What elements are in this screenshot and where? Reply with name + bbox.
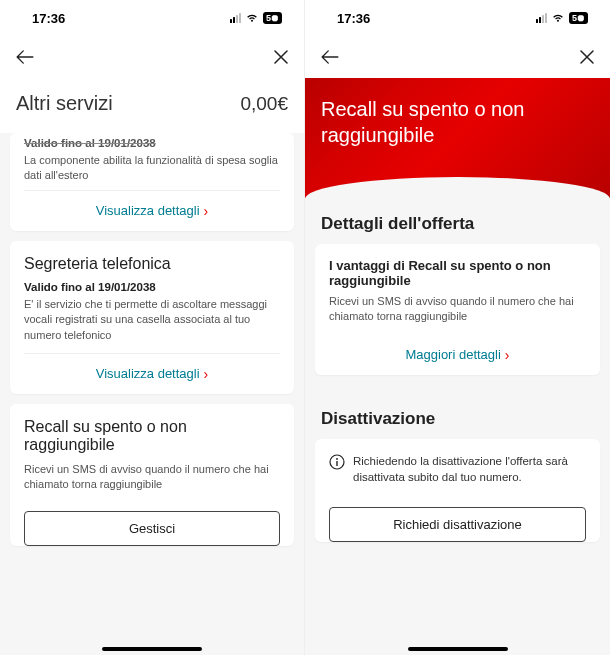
card-description: Ricevi un SMS di avviso quando il numero… xyxy=(24,462,280,493)
wifi-icon xyxy=(245,13,259,23)
hero-title: Recall su spento o non raggiungibile xyxy=(321,96,594,148)
status-icons: 5⏺ xyxy=(536,12,588,24)
svg-rect-2 xyxy=(336,461,337,466)
status-bar: 17:36 5⏺ xyxy=(0,0,304,36)
chevron-right-icon: › xyxy=(505,347,510,363)
info-icon xyxy=(329,454,345,470)
status-time: 17:36 xyxy=(32,11,65,26)
chevron-right-icon: › xyxy=(204,366,209,382)
service-card-truncated: Valido fino al 19/01/2038 La componente … xyxy=(10,133,294,231)
more-details-link[interactable]: Maggiori dettagli › xyxy=(315,335,600,375)
service-card-recall: Recall su spento o non raggiungibile Ric… xyxy=(10,404,294,546)
signal-icon xyxy=(536,13,547,23)
service-card-segreteria: Segreteria telefonica Valido fino al 19/… xyxy=(10,241,294,394)
info-text: Richiedendo la disattivazione l'offerta … xyxy=(353,453,586,485)
cards-list: Valido fino al 19/01/2038 La componente … xyxy=(0,133,304,655)
status-bar: 17:36 5⏺ xyxy=(305,0,610,36)
request-deactivation-button[interactable]: Richiedi disattivazione xyxy=(329,507,586,542)
page-title: Altri servizi xyxy=(16,92,113,115)
page-amount: 0,00€ xyxy=(240,93,288,115)
card-validity: Valido fino al 19/01/2038 xyxy=(24,281,280,293)
card-description: La componente abilita la funzionalità di… xyxy=(24,153,280,184)
manage-button[interactable]: Gestisci xyxy=(24,511,280,546)
hero-banner: Recall su spento o non raggiungibile xyxy=(305,78,610,198)
close-icon[interactable] xyxy=(274,50,288,64)
page-header: Altri servizi 0,00€ xyxy=(0,78,304,133)
status-icons: 5⏺ xyxy=(230,12,282,24)
home-indicator[interactable] xyxy=(408,647,508,651)
screen-right: 17:36 5⏺ Recall su spento o non raggiung… xyxy=(305,0,610,655)
deactivation-card: Richiedendo la disattivazione l'offerta … xyxy=(315,439,600,542)
card-description: E' il servizio che ti permette di ascolt… xyxy=(24,297,280,343)
offer-details-card: I vantaggi di Recall su spento o non rag… xyxy=(315,244,600,375)
back-icon[interactable] xyxy=(16,50,34,64)
card-title: I vantaggi di Recall su spento o non rag… xyxy=(329,258,586,288)
nav-bar xyxy=(0,36,304,78)
card-description: Ricevi un SMS di avviso quando il numero… xyxy=(329,294,586,325)
view-details-link[interactable]: Visualizza dettagli › xyxy=(10,354,294,394)
back-icon[interactable] xyxy=(321,50,339,64)
link-label: Visualizza dettagli xyxy=(96,366,200,381)
svg-point-1 xyxy=(336,458,338,460)
card-title: Recall su spento o non raggiungibile xyxy=(24,418,280,454)
card-title: Segreteria telefonica xyxy=(24,255,280,273)
network-badge: 5⏺ xyxy=(569,12,588,24)
signal-icon xyxy=(230,13,241,23)
view-details-link[interactable]: Visualizza dettagli › xyxy=(10,191,294,231)
link-label: Visualizza dettagli xyxy=(96,203,200,218)
home-indicator[interactable] xyxy=(102,647,202,651)
card-validity: Valido fino al 19/01/2038 xyxy=(24,137,280,149)
status-time: 17:36 xyxy=(337,11,370,26)
screen-left: 17:36 5⏺ Altri servizi 0,00€ Valido fino… xyxy=(0,0,305,655)
network-badge: 5⏺ xyxy=(263,12,282,24)
link-label: Maggiori dettagli xyxy=(405,347,500,362)
chevron-right-icon: › xyxy=(204,203,209,219)
wifi-icon xyxy=(551,13,565,23)
nav-bar xyxy=(305,36,610,78)
close-icon[interactable] xyxy=(580,50,594,64)
section-title-details: Dettagli dell'offerta xyxy=(305,198,610,244)
section-title-deactivation: Disattivazione xyxy=(305,393,610,439)
info-row: Richiedendo la disattivazione l'offerta … xyxy=(315,439,600,499)
